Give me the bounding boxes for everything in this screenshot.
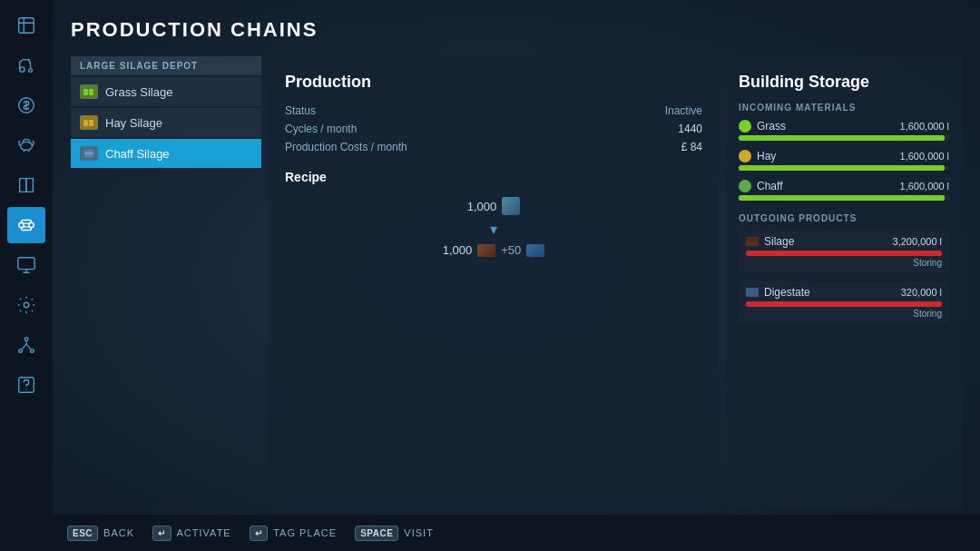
silage-out-name: Silage — [764, 235, 887, 248]
svg-point-13 — [31, 349, 34, 353]
sidebar-item-gear[interactable] — [7, 287, 45, 323]
silage-out-value: 3,200,000 l — [893, 236, 942, 247]
grass-storage-value: 1,600,000 l — [900, 121, 949, 132]
svg-point-12 — [19, 349, 23, 353]
sidebar-item-coin[interactable] — [7, 87, 45, 123]
recipe-input-amount: 1,000 — [467, 200, 497, 213]
svg-point-2 — [29, 69, 33, 73]
sidebar-item-book[interactable] — [7, 167, 45, 203]
incoming-label: INCOMING MATERIALS — [739, 103, 949, 113]
svg-rect-15 — [83, 89, 88, 95]
silage-storing-label: Storing — [746, 258, 942, 268]
stat-row-status: Status Inactive — [285, 104, 702, 117]
hotkey-visit: SPACE VISIT — [355, 526, 434, 541]
chain-item-hay[interactable]: Hay Silage — [71, 108, 261, 137]
hotkey-tagplace: ↵ TAG PLACE — [250, 526, 337, 541]
digestate-out-bar — [746, 301, 942, 307]
sidebar-item-help[interactable] — [7, 367, 45, 403]
sidebar-item-network[interactable] — [7, 327, 45, 363]
chain-item-chaff-label: Chaff Silage — [105, 147, 170, 161]
production-panel: Production Status Inactive Cycles / mont… — [269, 56, 719, 507]
recipe-title: Recipe — [285, 170, 702, 184]
chaff-storage-value: 1,600,000 l — [900, 181, 949, 192]
storage-title: Building Storage — [739, 73, 949, 92]
grass-bar-fill — [739, 135, 945, 141]
hotkey-activate: ↵ ACTIVATE — [152, 526, 231, 541]
digestate-storing-label: Storing — [746, 309, 942, 319]
outgoing-item-silage: Silage 3,200,000 l Storing — [739, 231, 949, 272]
chain-section-label: LARGE SILAGE DEPOT — [71, 56, 261, 75]
stat-label-cycles: Cycles / month — [285, 123, 357, 135]
storage-item-hay: Hay 1,600,000 l — [739, 150, 949, 171]
chaff-bar-fill — [739, 195, 945, 201]
hay-storage-icon — [739, 150, 751, 162]
recipe-plus: +50 — [501, 243, 521, 257]
svg-rect-17 — [83, 120, 88, 126]
key-tagplace: ↵ — [250, 526, 269, 541]
storage-item-chaff: Chaff 1,600,000 l — [739, 180, 949, 201]
svg-rect-9 — [18, 258, 34, 270]
digestate-out-name: Digestate — [764, 286, 896, 299]
hay-storage-value: 1,600,000 l — [900, 151, 949, 162]
sidebar-item-map[interactable] — [7, 7, 45, 44]
content-row: LARGE SILAGE DEPOT Grass Silage — [71, 56, 962, 507]
sidebar-item-chain[interactable] — [7, 207, 45, 243]
recipe-output-amount: 1,000 — [443, 243, 473, 257]
storage-item-grass: Grass 1,600,000 l — [739, 120, 949, 141]
grass-icon — [80, 84, 98, 99]
sidebar-item-cow[interactable] — [7, 127, 45, 163]
hay-bar-fill — [739, 165, 945, 171]
svg-point-10 — [24, 302, 29, 308]
key-activate: ↵ — [152, 526, 172, 541]
chaff-storage-name: Chaff — [757, 180, 895, 192]
stat-row-cycles: Cycles / month 1440 — [285, 123, 702, 135]
bottom-bar: ESC BACK ↵ ACTIVATE ↵ TAG PLACE SPACE VI… — [53, 515, 980, 551]
storage-panel: Building Storage INCOMING MATERIALS Gras… — [726, 56, 962, 507]
label-tagplace: TAG PLACE — [273, 527, 337, 538]
hay-icon — [80, 115, 98, 130]
hay-storage-bar — [739, 165, 949, 171]
grass-storage-bar — [739, 135, 949, 141]
chain-panel: LARGE SILAGE DEPOT Grass Silage — [71, 56, 261, 507]
svg-point-1 — [20, 67, 25, 73]
recipe-section: Recipe 1,000 ▾ 1,000 +50 — [285, 170, 702, 257]
production-title: Production — [285, 73, 702, 92]
silage-out-icon — [746, 237, 759, 246]
label-back: BACK — [103, 527, 134, 538]
silage-output-icon — [477, 244, 495, 257]
chain-item-hay-label: Hay Silage — [105, 116, 162, 130]
silage-out-fill — [746, 251, 942, 256]
sidebar-item-monitor[interactable] — [7, 247, 45, 283]
key-space: SPACE — [355, 526, 398, 541]
grass-storage-icon — [739, 120, 751, 133]
stat-value-status: Inactive — [665, 104, 702, 117]
key-esc: ESC — [67, 526, 98, 541]
chain-item-grass[interactable]: Grass Silage — [71, 77, 261, 106]
svg-point-4 — [21, 142, 33, 150]
grass-storage-name: Grass — [757, 120, 895, 133]
outgoing-item-digestate: Digestate 320,000 l Storing — [739, 281, 949, 323]
hotkey-esc: ESC BACK — [67, 526, 134, 541]
silage-out-bar — [746, 251, 942, 256]
label-activate: ACTIVATE — [177, 527, 231, 538]
sidebar — [0, 0, 53, 551]
digestate-out-icon — [746, 288, 759, 297]
chain-item-chaff[interactable]: Chaff Silage — [71, 139, 261, 168]
svg-rect-16 — [89, 89, 93, 95]
outgoing-section: OUTGOING PRODUCTS Silage 3,200,000 l Sto… — [739, 213, 949, 323]
sidebar-item-tractor[interactable] — [7, 47, 45, 84]
svg-rect-18 — [89, 120, 93, 126]
outgoing-label: OUTGOING PRODUCTS — [739, 213, 949, 223]
stat-value-costs: £ 84 — [681, 141, 702, 153]
chaff-ingredient-icon — [502, 197, 520, 215]
digestate-out-fill — [746, 301, 942, 307]
stat-label-status: Status — [285, 104, 316, 117]
stat-value-cycles: 1440 — [678, 123, 702, 135]
digestate-output-icon — [526, 244, 544, 257]
svg-point-11 — [24, 338, 28, 341]
chaff-storage-bar — [739, 195, 949, 201]
hay-storage-name: Hay — [757, 150, 895, 162]
svg-rect-0 — [19, 18, 34, 34]
chain-item-grass-label: Grass Silage — [105, 85, 172, 99]
recipe-output: 1,000 +50 — [443, 243, 545, 257]
